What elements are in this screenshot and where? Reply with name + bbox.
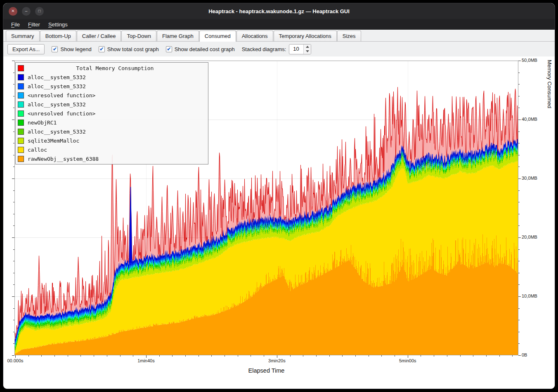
- legend-swatch: [18, 92, 24, 99]
- legend-swatch: [18, 74, 24, 80]
- spin-down-button[interactable]: [304, 49, 311, 54]
- maximize-button[interactable]: □: [35, 7, 44, 16]
- y-axis-tick-label: 30,0MB: [522, 176, 537, 181]
- y-axis-title: Memory Consumed: [546, 60, 553, 358]
- legend-entry: rawNewObj__system_6388: [16, 154, 208, 163]
- legend-entry: alloc__system_5332: [16, 82, 208, 91]
- legend-entry-label: <unresolved function>: [28, 110, 95, 117]
- show-detailed-cost-graph-checkbox[interactable]: ✔ Show detailed cost graph: [166, 46, 235, 52]
- tab-caller-callee[interactable]: Caller / Callee: [77, 31, 121, 41]
- tab-bottom-up[interactable]: Bottom-Up: [40, 31, 76, 41]
- menu-item-settings[interactable]: Settings: [45, 20, 71, 29]
- tab-flame-graph[interactable]: Flame Graph: [157, 31, 199, 41]
- tab-summary[interactable]: Summary: [6, 31, 40, 41]
- legend-swatch: [18, 129, 24, 135]
- legend-swatch: [18, 138, 24, 144]
- legend-entry: sqlite3MemMalloc: [16, 136, 208, 145]
- show-legend-checkbox[interactable]: ✔ Show legend: [52, 46, 91, 52]
- close-button[interactable]: ✕: [9, 7, 17, 16]
- checkbox-checked-icon: ✔: [99, 46, 105, 52]
- legend-entry-label: rawNewObj__system_6388: [28, 156, 99, 162]
- tab-sizes[interactable]: Sizes: [337, 31, 361, 41]
- legend-entry: <unresolved function>: [16, 109, 208, 118]
- legend-swatch: [18, 83, 24, 89]
- legend-entry: <unresolved function>: [16, 91, 208, 100]
- legend-swatch: [18, 156, 24, 162]
- tab-allocations[interactable]: Allocations: [236, 31, 273, 41]
- legend-entry-label: alloc__system_5332: [28, 101, 86, 108]
- legend-swatch: [18, 101, 24, 108]
- legend-entry-label: calloc: [28, 147, 47, 153]
- window-title: Heaptrack - heaptrack.wakunode.1.gz — He…: [3, 8, 555, 14]
- titlebar[interactable]: ✕ – □ Heaptrack - heaptrack.wakunode.1.g…: [3, 3, 555, 19]
- legend-entry: alloc__system_5332: [16, 127, 208, 136]
- stacked-diagrams-label: Stacked diagrams:: [242, 46, 286, 52]
- checkbox-checked-icon: ✔: [52, 46, 58, 52]
- menu-bar: FileFilterSettings: [3, 19, 555, 30]
- x-axis-tick-label: 00.000s: [7, 358, 23, 363]
- show-total-cost-graph-checkbox[interactable]: ✔ Show total cost graph: [99, 46, 159, 52]
- x-axis-tick-label: 5min00s: [399, 358, 416, 363]
- menu-item-filter[interactable]: Filter: [24, 20, 44, 29]
- check-icon: ✔: [167, 47, 171, 52]
- legend-entry-label: sqlite3MemMalloc: [28, 138, 79, 144]
- legend-entry: calloc: [16, 145, 208, 154]
- heaptrack-window: ✕ – □ Heaptrack - heaptrack.wakunode.1.g…: [3, 3, 555, 389]
- legend-swatch: [18, 120, 24, 126]
- toolbar: Export As... ✔ Show legend ✔ Show total …: [3, 42, 555, 56]
- legend-entry: alloc__system_5332: [16, 73, 208, 82]
- tab-consumed[interactable]: Consumed: [199, 31, 236, 42]
- legend-title: Total Memory Consumption: [24, 65, 206, 71]
- x-axis-tick-label: 3min20s: [268, 358, 286, 363]
- legend-title-row: Total Memory Consumption: [16, 63, 208, 73]
- legend-entry: alloc__system_5332: [16, 100, 208, 109]
- close-icon: ✕: [11, 9, 14, 13]
- chevron-up-icon: [306, 46, 309, 48]
- legend-entry-label: <unresolved function>: [28, 92, 95, 99]
- y-axis-tick-label: 0B: [522, 352, 527, 357]
- legend-entry-label: alloc__system_5332: [28, 83, 86, 89]
- legend-swatch: [18, 65, 24, 71]
- tab-temporary-allocations[interactable]: Temporary Allocations: [274, 31, 337, 41]
- chart-area: Total Memory Consumptionalloc__system_53…: [3, 56, 555, 389]
- chart-legend: Total Memory Consumptionalloc__system_53…: [15, 62, 208, 164]
- checkbox-checked-icon: ✔: [166, 46, 172, 52]
- spin-up-button[interactable]: [304, 45, 311, 49]
- x-axis-tick-label: 1min40s: [137, 358, 155, 363]
- export-as-button[interactable]: Export As...: [7, 44, 45, 54]
- y-axis-tick-label: 50,0MB: [522, 58, 537, 63]
- tab-bar: Summary Bottom-Up Caller / Callee Top-Do…: [3, 30, 555, 42]
- check-icon: ✔: [99, 47, 104, 52]
- legend-entry: newObjRC1: [16, 118, 208, 127]
- spinbox-buttons: [303, 45, 311, 54]
- legend-entry-label: alloc__system_5332: [28, 74, 86, 80]
- checkbox-label: Show total cost graph: [107, 46, 159, 52]
- check-icon: ✔: [53, 47, 57, 52]
- legend-swatch: [18, 110, 24, 117]
- x-axis-title: Elapsed Time: [3, 367, 530, 374]
- y-axis-tick-label: 10,0MB: [522, 293, 537, 298]
- stacked-diagrams-control: Stacked diagrams: 10: [242, 44, 312, 54]
- tab-top-down[interactable]: Top-Down: [121, 31, 156, 41]
- minimize-button[interactable]: –: [22, 7, 31, 16]
- legend-swatch: [18, 147, 24, 153]
- y-axis-tick-label: 20,0MB: [522, 235, 537, 239]
- window-controls: ✕ – □: [9, 7, 44, 16]
- menu-item-file[interactable]: File: [7, 20, 24, 29]
- maximize-icon: □: [38, 9, 40, 13]
- legend-entry-label: alloc__system_5332: [28, 129, 86, 135]
- spinbox-value: 10: [289, 45, 303, 54]
- minimize-icon: –: [25, 9, 28, 13]
- chevron-down-icon: [306, 50, 309, 52]
- checkbox-label: Show detailed cost graph: [175, 46, 235, 52]
- y-axis-tick-label: 40,0MB: [522, 117, 537, 122]
- checkbox-label: Show legend: [60, 46, 91, 52]
- legend-entry-label: newObjRC1: [28, 120, 57, 126]
- stacked-diagrams-spinbox[interactable]: 10: [289, 44, 311, 54]
